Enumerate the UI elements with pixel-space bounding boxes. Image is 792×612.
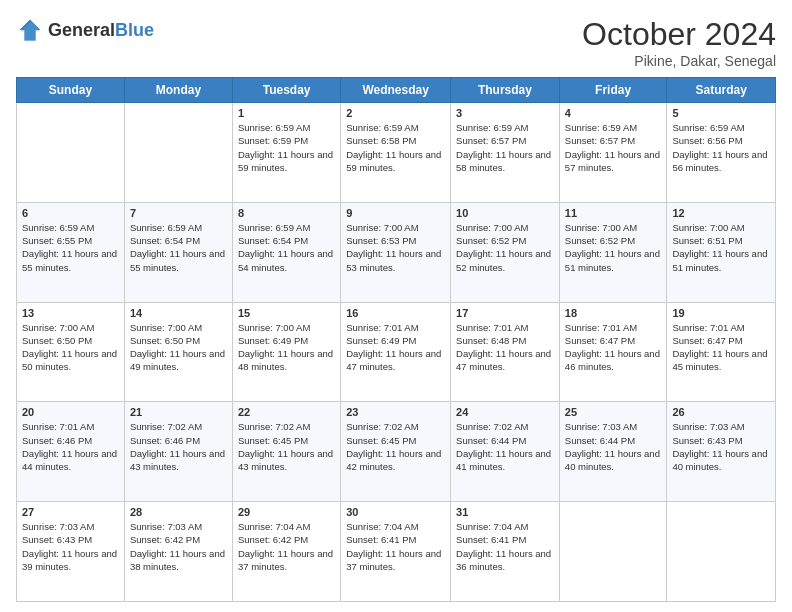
cell-content: Sunrise: 7:00 AMSunset: 6:53 PMDaylight:…: [346, 222, 441, 273]
calendar-cell: 9Sunrise: 7:00 AMSunset: 6:53 PMDaylight…: [341, 202, 451, 302]
calendar-cell: 25Sunrise: 7:03 AMSunset: 6:44 PMDayligh…: [559, 402, 667, 502]
calendar-cell: 16Sunrise: 7:01 AMSunset: 6:49 PMDayligh…: [341, 302, 451, 402]
cell-content: Sunrise: 6:59 AMSunset: 6:54 PMDaylight:…: [130, 222, 225, 273]
title-block: October 2024 Pikine, Dakar, Senegal: [582, 16, 776, 69]
calendar-cell: 12Sunrise: 7:00 AMSunset: 6:51 PMDayligh…: [667, 202, 776, 302]
location-subtitle: Pikine, Dakar, Senegal: [582, 53, 776, 69]
calendar-cell: 30Sunrise: 7:04 AMSunset: 6:41 PMDayligh…: [341, 502, 451, 602]
calendar-cell: 7Sunrise: 6:59 AMSunset: 6:54 PMDaylight…: [124, 202, 232, 302]
cell-content: Sunrise: 7:02 AMSunset: 6:44 PMDaylight:…: [456, 421, 551, 472]
day-number: 18: [565, 307, 662, 319]
day-number: 5: [672, 107, 770, 119]
calendar-cell: 26Sunrise: 7:03 AMSunset: 6:43 PMDayligh…: [667, 402, 776, 502]
cell-content: Sunrise: 7:00 AMSunset: 6:52 PMDaylight:…: [565, 222, 660, 273]
calendar-cell: 18Sunrise: 7:01 AMSunset: 6:47 PMDayligh…: [559, 302, 667, 402]
calendar-cell: 22Sunrise: 7:02 AMSunset: 6:45 PMDayligh…: [232, 402, 340, 502]
weekday-monday: Monday: [124, 78, 232, 103]
day-number: 10: [456, 207, 554, 219]
day-number: 29: [238, 506, 335, 518]
cell-content: Sunrise: 7:01 AMSunset: 6:48 PMDaylight:…: [456, 322, 551, 373]
calendar-cell: 4Sunrise: 6:59 AMSunset: 6:57 PMDaylight…: [559, 103, 667, 203]
cell-content: Sunrise: 7:03 AMSunset: 6:44 PMDaylight:…: [565, 421, 660, 472]
day-number: 16: [346, 307, 445, 319]
calendar-week-3: 13Sunrise: 7:00 AMSunset: 6:50 PMDayligh…: [17, 302, 776, 402]
calendar-body: 1Sunrise: 6:59 AMSunset: 6:59 PMDaylight…: [17, 103, 776, 602]
cell-content: Sunrise: 6:59 AMSunset: 6:56 PMDaylight:…: [672, 122, 767, 173]
day-number: 31: [456, 506, 554, 518]
cell-content: Sunrise: 7:02 AMSunset: 6:45 PMDaylight:…: [238, 421, 333, 472]
calendar-cell: 1Sunrise: 6:59 AMSunset: 6:59 PMDaylight…: [232, 103, 340, 203]
day-number: 23: [346, 406, 445, 418]
day-number: 17: [456, 307, 554, 319]
cell-content: Sunrise: 6:59 AMSunset: 6:54 PMDaylight:…: [238, 222, 333, 273]
weekday-sunday: Sunday: [17, 78, 125, 103]
calendar-cell: 2Sunrise: 6:59 AMSunset: 6:58 PMDaylight…: [341, 103, 451, 203]
day-number: 3: [456, 107, 554, 119]
day-number: 30: [346, 506, 445, 518]
calendar-table: SundayMondayTuesdayWednesdayThursdayFrid…: [16, 77, 776, 602]
logo-blue: Blue: [115, 20, 154, 40]
logo-general: General: [48, 20, 115, 40]
calendar-cell: 14Sunrise: 7:00 AMSunset: 6:50 PMDayligh…: [124, 302, 232, 402]
cell-content: Sunrise: 6:59 AMSunset: 6:57 PMDaylight:…: [565, 122, 660, 173]
calendar-cell: 11Sunrise: 7:00 AMSunset: 6:52 PMDayligh…: [559, 202, 667, 302]
day-number: 24: [456, 406, 554, 418]
day-number: 7: [130, 207, 227, 219]
calendar-cell: 21Sunrise: 7:02 AMSunset: 6:46 PMDayligh…: [124, 402, 232, 502]
calendar-cell: 23Sunrise: 7:02 AMSunset: 6:45 PMDayligh…: [341, 402, 451, 502]
weekday-wednesday: Wednesday: [341, 78, 451, 103]
calendar-cell: 10Sunrise: 7:00 AMSunset: 6:52 PMDayligh…: [451, 202, 560, 302]
cell-content: Sunrise: 7:00 AMSunset: 6:49 PMDaylight:…: [238, 322, 333, 373]
day-number: 4: [565, 107, 662, 119]
weekday-header-row: SundayMondayTuesdayWednesdayThursdayFrid…: [17, 78, 776, 103]
logo: GeneralBlue: [16, 16, 154, 44]
calendar-cell: 31Sunrise: 7:04 AMSunset: 6:41 PMDayligh…: [451, 502, 560, 602]
cell-content: Sunrise: 7:02 AMSunset: 6:46 PMDaylight:…: [130, 421, 225, 472]
day-number: 22: [238, 406, 335, 418]
day-number: 12: [672, 207, 770, 219]
cell-content: Sunrise: 7:04 AMSunset: 6:41 PMDaylight:…: [346, 521, 441, 572]
calendar-page: GeneralBlue October 2024 Pikine, Dakar, …: [0, 0, 792, 612]
header: GeneralBlue October 2024 Pikine, Dakar, …: [16, 16, 776, 69]
cell-content: Sunrise: 7:00 AMSunset: 6:50 PMDaylight:…: [22, 322, 117, 373]
day-number: 28: [130, 506, 227, 518]
cell-content: Sunrise: 7:04 AMSunset: 6:41 PMDaylight:…: [456, 521, 551, 572]
calendar-week-1: 1Sunrise: 6:59 AMSunset: 6:59 PMDaylight…: [17, 103, 776, 203]
day-number: 19: [672, 307, 770, 319]
cell-content: Sunrise: 6:59 AMSunset: 6:57 PMDaylight:…: [456, 122, 551, 173]
weekday-saturday: Saturday: [667, 78, 776, 103]
calendar-cell: 19Sunrise: 7:01 AMSunset: 6:47 PMDayligh…: [667, 302, 776, 402]
logo-icon: [16, 16, 44, 44]
cell-content: Sunrise: 7:01 AMSunset: 6:49 PMDaylight:…: [346, 322, 441, 373]
calendar-cell: 13Sunrise: 7:00 AMSunset: 6:50 PMDayligh…: [17, 302, 125, 402]
cell-content: Sunrise: 7:01 AMSunset: 6:47 PMDaylight:…: [565, 322, 660, 373]
cell-content: Sunrise: 7:03 AMSunset: 6:42 PMDaylight:…: [130, 521, 225, 572]
day-number: 26: [672, 406, 770, 418]
calendar-cell: 28Sunrise: 7:03 AMSunset: 6:42 PMDayligh…: [124, 502, 232, 602]
calendar-cell: 20Sunrise: 7:01 AMSunset: 6:46 PMDayligh…: [17, 402, 125, 502]
day-number: 9: [346, 207, 445, 219]
cell-content: Sunrise: 7:03 AMSunset: 6:43 PMDaylight:…: [22, 521, 117, 572]
calendar-header: SundayMondayTuesdayWednesdayThursdayFrid…: [17, 78, 776, 103]
cell-content: Sunrise: 7:00 AMSunset: 6:52 PMDaylight:…: [456, 222, 551, 273]
weekday-friday: Friday: [559, 78, 667, 103]
day-number: 1: [238, 107, 335, 119]
cell-content: Sunrise: 6:59 AMSunset: 6:55 PMDaylight:…: [22, 222, 117, 273]
logo-text: GeneralBlue: [48, 20, 154, 41]
day-number: 11: [565, 207, 662, 219]
calendar-week-5: 27Sunrise: 7:03 AMSunset: 6:43 PMDayligh…: [17, 502, 776, 602]
day-number: 15: [238, 307, 335, 319]
calendar-cell: 6Sunrise: 6:59 AMSunset: 6:55 PMDaylight…: [17, 202, 125, 302]
calendar-cell: 3Sunrise: 6:59 AMSunset: 6:57 PMDaylight…: [451, 103, 560, 203]
day-number: 27: [22, 506, 119, 518]
calendar-cell: 17Sunrise: 7:01 AMSunset: 6:48 PMDayligh…: [451, 302, 560, 402]
cell-content: Sunrise: 6:59 AMSunset: 6:59 PMDaylight:…: [238, 122, 333, 173]
day-number: 14: [130, 307, 227, 319]
cell-content: Sunrise: 7:01 AMSunset: 6:46 PMDaylight:…: [22, 421, 117, 472]
day-number: 21: [130, 406, 227, 418]
cell-content: Sunrise: 7:03 AMSunset: 6:43 PMDaylight:…: [672, 421, 767, 472]
cell-content: Sunrise: 7:00 AMSunset: 6:50 PMDaylight:…: [130, 322, 225, 373]
day-number: 8: [238, 207, 335, 219]
calendar-cell: 8Sunrise: 6:59 AMSunset: 6:54 PMDaylight…: [232, 202, 340, 302]
calendar-cell: [124, 103, 232, 203]
